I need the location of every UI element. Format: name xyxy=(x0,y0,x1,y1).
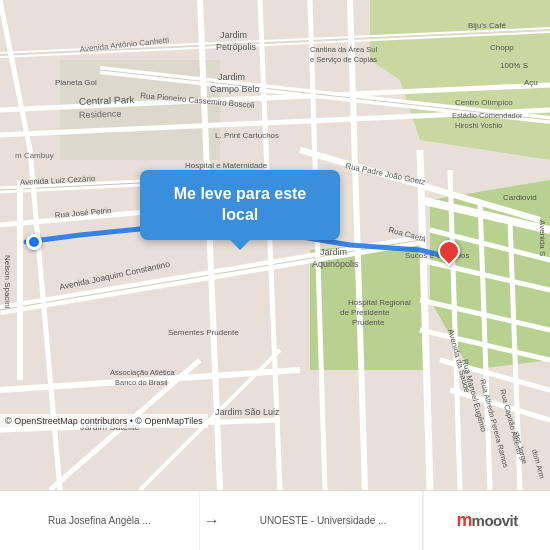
svg-text:Nelson Spacini: Nelson Spacini xyxy=(3,255,12,309)
svg-text:Jardim: Jardim xyxy=(220,30,247,40)
origin-marker xyxy=(26,234,42,250)
svg-text:Biju's Café: Biju's Café xyxy=(468,21,507,30)
origin-item: Rua Josefina Angèla ... xyxy=(0,491,200,550)
svg-text:Campo Belo: Campo Belo xyxy=(210,84,260,94)
svg-text:Hospital e Maternidade: Hospital e Maternidade xyxy=(185,161,268,170)
svg-text:Central Park: Central Park xyxy=(79,94,136,107)
svg-text:Centro Olímpico: Centro Olímpico xyxy=(455,98,513,107)
svg-text:de Presidente: de Presidente xyxy=(340,308,390,317)
svg-text:Cantina da Área Sul: Cantina da Área Sul xyxy=(310,45,377,54)
bottom-navigation-bar: Rua Josefina Angèla ... → UNOESTE - Univ… xyxy=(0,490,550,550)
svg-text:Prudente: Prudente xyxy=(352,318,385,327)
map-attribution: © OpenStreetMap contributors • © OpenMap… xyxy=(0,414,208,428)
tooltip-text: Me leve para este local xyxy=(174,185,307,223)
svg-text:Banco do Brasil: Banco do Brasil xyxy=(115,378,168,387)
svg-text:Chopp: Chopp xyxy=(490,43,514,52)
svg-text:Sementes Prudente: Sementes Prudente xyxy=(168,328,239,337)
svg-text:Açu: Açu xyxy=(524,78,538,87)
attribution-text: © OpenStreetMap contributors • © OpenMap… xyxy=(5,416,203,426)
svg-text:Avenida S: Avenida S xyxy=(538,220,547,256)
svg-text:Petrópolis: Petrópolis xyxy=(216,42,257,52)
svg-text:m Cambuy: m Cambuy xyxy=(15,151,54,160)
svg-text:Jardim: Jardim xyxy=(320,247,347,257)
svg-text:Hospital Regional: Hospital Regional xyxy=(348,298,411,307)
moovit-logo: mmoovit xyxy=(457,510,518,531)
navigate-tooltip[interactable]: Me leve para este local xyxy=(140,170,340,240)
direction-arrow: → xyxy=(200,512,224,530)
map-view[interactable]: Central Park Residence Avenida Antônio C… xyxy=(0,0,550,490)
svg-text:Estádio Comendador: Estádio Comendador xyxy=(452,111,523,120)
svg-text:Jardim: Jardim xyxy=(218,72,245,82)
svg-text:Residence: Residence xyxy=(79,109,122,120)
svg-text:Planeta Gol: Planeta Gol xyxy=(55,78,97,87)
svg-text:e Serviço de Cópias: e Serviço de Cópias xyxy=(310,55,377,64)
destination-item: UNOESTE - Universidade ... xyxy=(224,491,424,550)
svg-text:L. Print Cartuchos: L. Print Cartuchos xyxy=(215,131,279,140)
origin-label: Rua Josefina Angèla ... xyxy=(48,514,151,527)
svg-text:Jardim São Luiz: Jardim São Luiz xyxy=(215,407,280,417)
svg-text:100% S: 100% S xyxy=(500,61,528,70)
destination-marker xyxy=(438,240,462,272)
svg-text:Cardiovid: Cardiovid xyxy=(503,193,537,202)
destination-label: UNOESTE - Universidade ... xyxy=(260,514,387,527)
svg-text:Aquinópolis: Aquinópolis xyxy=(312,259,359,269)
svg-text:Hiroshi Yoshio: Hiroshi Yoshio xyxy=(455,121,503,130)
svg-text:Associação Atlética: Associação Atlética xyxy=(110,368,175,377)
moovit-logo-area: mmoovit xyxy=(423,491,550,550)
